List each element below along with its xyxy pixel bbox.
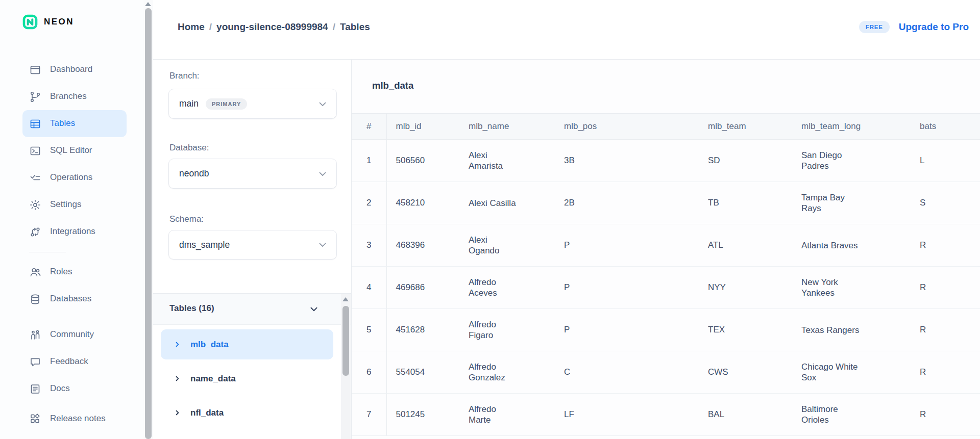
table-row: 7 501245 Alfredo Marte LF BAL Baltimore … — [352, 394, 980, 436]
plan-area: FREE Upgrade to Pro — [859, 21, 969, 33]
upgrade-to-pro-link[interactable]: Upgrade to Pro — [899, 21, 969, 33]
main-content: Home/young-silence-08999984/Tables FREE … — [153, 0, 980, 439]
column-header-mlb_name: mlb_name — [459, 114, 555, 140]
cell-mlb_team_long: Baltimore Orioles — [792, 394, 911, 436]
page-scrollbar[interactable] — [143, 0, 153, 439]
cell-mlb_team: ATL — [699, 224, 792, 267]
cell-bats: L — [911, 140, 980, 182]
page-scrollbar-thumb[interactable] — [145, 8, 152, 439]
sidebar-item-community[interactable]: Community — [22, 321, 127, 348]
cell-mlb_pos: P — [555, 267, 699, 309]
sidebar-item-label: Release notes — [50, 414, 106, 424]
cell-bats: R — [911, 267, 980, 309]
cell-mlb_team: TB — [699, 182, 792, 224]
tables-list-scrollbar[interactable] — [341, 294, 351, 439]
tables-section-header[interactable]: Tables (16) — [153, 293, 351, 325]
table-name-label: mlb_data — [190, 340, 229, 350]
breadcrumb-item[interactable]: Home — [178, 21, 205, 32]
cell-mlb_pos: C — [555, 351, 699, 394]
neon-logo-icon — [22, 14, 38, 30]
cell-bats: R — [911, 394, 980, 436]
cell-mlb_team: NYY — [699, 267, 792, 309]
cell-mlb_id: 468396 — [386, 224, 459, 267]
roles-icon — [29, 266, 41, 278]
primary-badge: PRIMARY — [206, 98, 247, 110]
breadcrumb-item[interactable]: young-silence-08999984 — [216, 21, 328, 32]
cell-mlb_name: Alexi Amarista — [459, 140, 555, 182]
cell-bats: R — [911, 351, 980, 394]
table-name-label: name_data — [190, 374, 236, 384]
table-row: 2 458210 Alexi Casilla 2B TB Tampa Bay R… — [352, 182, 980, 224]
chevron-down-icon — [317, 239, 328, 250]
branch-value: main — [179, 98, 199, 109]
tables-list: mlb_data name_data nfl_data — [153, 325, 341, 439]
scroll-up-arrow-icon[interactable] — [145, 2, 151, 6]
database-select[interactable]: neondb — [168, 159, 337, 189]
column-header-bats: bats — [911, 114, 980, 140]
cell-mlb_id: 451628 — [386, 309, 459, 351]
cell-num: 5 — [352, 309, 386, 351]
breadcrumb-item[interactable]: Tables — [340, 21, 370, 32]
cell-mlb_id: 506560 — [386, 140, 459, 182]
sidebar-gap — [0, 313, 143, 321]
cell-mlb_team_long: San Diego Padres — [792, 140, 911, 182]
branch-select[interactable]: main PRIMARY — [168, 89, 337, 119]
cell-mlb_pos: 2B — [555, 182, 699, 224]
schema-label: Schema: — [169, 214, 204, 224]
table-header-row: #mlb_idmlb_namemlb_posmlb_teammlb_team_l… — [352, 114, 980, 140]
sidebar-item-label: Settings — [50, 199, 81, 210]
tables-icon — [29, 118, 41, 130]
cell-mlb_team: BAL — [699, 394, 792, 436]
operations-icon — [29, 172, 41, 184]
cell-mlb_pos: P — [555, 224, 699, 267]
tables-list-item-nfl_data[interactable]: nfl_data — [161, 398, 333, 428]
integrations-icon — [29, 226, 41, 238]
column-header-mlb_team_long: mlb_team_long — [792, 114, 911, 140]
sidebar-item-label: Operations — [50, 172, 92, 183]
cell-num: 4 — [352, 267, 386, 309]
sidebar-item-release-notes[interactable]: Release notes — [22, 402, 127, 435]
cell-mlb_name: Alexi Ogando — [459, 224, 555, 267]
column-header-mlb_team: mlb_team — [699, 114, 792, 140]
table-area: mlb_data #mlb_idmlb_namemlb_posmlb_teamm… — [352, 60, 980, 439]
scroll-up-arrow-icon[interactable] — [342, 297, 349, 301]
cell-mlb_team: SD — [699, 140, 792, 182]
cell-num: 7 — [352, 394, 386, 436]
sidebar-item-branches[interactable]: Branches — [22, 83, 127, 110]
tables-list-item-name_data[interactable]: name_data — [161, 364, 333, 394]
sidebar-divider — [29, 252, 66, 252]
sidebar-item-dashboard[interactable]: Dashboard — [22, 56, 127, 83]
cell-mlb_id: 458210 — [386, 182, 459, 224]
database-label: Database: — [169, 143, 209, 153]
table-title: mlb_data — [372, 80, 413, 91]
sidebar-item-settings[interactable]: Settings — [22, 191, 127, 218]
chevron-down-icon — [317, 168, 328, 179]
schema-select[interactable]: dms_sample — [168, 230, 337, 260]
cell-num: 6 — [352, 351, 386, 394]
cell-mlb_name: Alexi Casilla — [459, 182, 555, 224]
breadcrumb-separator: / — [333, 21, 335, 32]
sidebar-item-integrations[interactable]: Integrations — [22, 218, 127, 245]
sidebar-item-databases[interactable]: Databases — [22, 286, 127, 313]
breadcrumb-separator: / — [209, 21, 212, 32]
sidebar-item-docs[interactable]: Docs — [22, 375, 127, 402]
chevron-down-icon — [317, 98, 328, 110]
database-value: neondb — [179, 168, 209, 179]
sidebar-item-label: Dashboard — [50, 64, 92, 74]
sidebar-item-roles[interactable]: Roles — [22, 259, 127, 286]
cell-mlb_team: TEX — [699, 309, 792, 351]
databases-icon — [29, 293, 41, 305]
cell-mlb_id: 501245 — [386, 394, 459, 436]
sidebar-item-label: Roles — [50, 267, 72, 277]
sidebar-item-sql-editor[interactable]: SQL Editor — [22, 137, 127, 164]
brand-logo[interactable]: NEON — [22, 14, 74, 30]
cell-mlb_team_long: Texas Rangers — [792, 309, 911, 351]
feedback-icon — [29, 356, 41, 368]
sidebar-item-tables[interactable]: Tables — [22, 110, 127, 137]
sidebar-item-operations[interactable]: Operations — [22, 164, 127, 191]
cell-mlb_name: Alfredo Figaro — [459, 309, 555, 351]
tables-list-scrollbar-thumb[interactable] — [342, 306, 349, 376]
sidebar-item-feedback[interactable]: Feedback — [22, 348, 127, 375]
cell-bats: R — [911, 224, 980, 267]
tables-list-item-mlb_data[interactable]: mlb_data — [161, 329, 333, 359]
